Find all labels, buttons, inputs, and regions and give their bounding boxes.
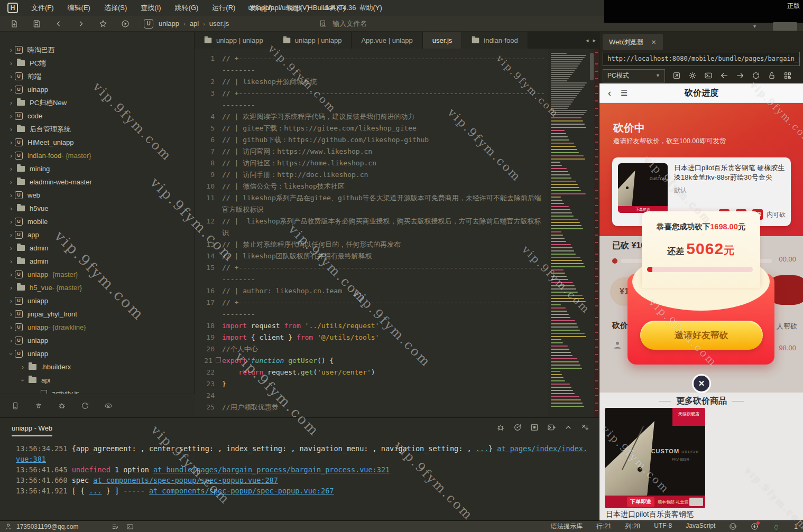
tree-item[interactable]: ›Uuniapp <box>0 294 194 307</box>
code-area[interactable]: 1// +-----------------------------------… <box>195 49 548 417</box>
tree-item[interactable]: ›U前端 <box>0 70 194 83</box>
url-bar[interactable]: http://localhost:8080/mobile/bundle/page… <box>603 52 800 66</box>
editor-tab[interactable]: indian-food <box>462 32 528 49</box>
caret-icon[interactable]: ▾ <box>753 23 756 29</box>
menu-item[interactable]: 查找(I) <box>134 0 168 16</box>
overview-ruler[interactable] <box>594 49 599 417</box>
tree-item[interactable]: ›eladmin-web-master <box>0 175 194 189</box>
console-log[interactable]: 13:56:34.251 {app_agreement: , center_se… <box>16 443 588 496</box>
tree-item[interactable]: ›UHiMeet_uniapp <box>0 136 194 149</box>
file-search[interactable] <box>319 20 449 28</box>
tree-item[interactable]: ›h5vue <box>0 202 194 215</box>
refresh-icon[interactable] <box>77 399 93 413</box>
tree-item[interactable]: ›Uuniapp <box>0 334 194 347</box>
console-link[interactable]: at bundle/pages/bargain_process/bargain_… <box>153 465 390 474</box>
breadcrumb-folder[interactable]: api <box>190 20 199 27</box>
bug-icon[interactable] <box>54 399 70 413</box>
notification-bell-icon[interactable] <box>772 522 780 530</box>
console-link[interactable]: at components/spec-popup/spec-popup.vue:… <box>149 487 334 495</box>
tree-item[interactable]: ›后台管理系统 <box>0 123 194 136</box>
modal-close-button[interactable]: ✕ <box>692 374 711 393</box>
console-link[interactable]: ... <box>89 487 101 495</box>
nav-forward-icon[interactable] <box>73 17 89 31</box>
devtools-icon[interactable] <box>704 71 713 80</box>
terminal-new-icon[interactable] <box>547 423 556 432</box>
breadcrumb-project[interactable]: uniapp <box>159 20 179 27</box>
tree-item[interactable]: ›U嗨淘巴西 <box>0 43 194 57</box>
nav-back-icon[interactable] <box>51 17 67 31</box>
gear-icon[interactable] <box>688 71 697 80</box>
tree-item[interactable]: ›Uweb <box>0 189 194 202</box>
device-mode-select[interactable]: PC模式 ▼ <box>603 69 665 82</box>
terminal-icon[interactable] <box>126 523 134 530</box>
tree-item[interactable]: ›.hbuilderx <box>0 360 194 374</box>
forward-icon[interactable] <box>736 71 744 80</box>
tree-item[interactable]: ›admin <box>0 241 194 255</box>
tree-item[interactable]: ›Uindian-food - {master} <box>0 149 194 162</box>
debug-icon[interactable] <box>496 423 505 432</box>
tree-item[interactable]: ›Uuniapp - {drawkline} <box>0 321 194 334</box>
tree-item[interactable]: ›Ujinpai_yhyl_front <box>0 307 194 321</box>
account-email[interactable]: 1735031199@qq.com <box>16 523 78 530</box>
new-file-icon[interactable] <box>6 17 22 31</box>
clear-log-icon[interactable] <box>581 423 589 432</box>
restart-icon[interactable] <box>513 423 522 432</box>
tree-item[interactable]: ›Ucode <box>0 109 194 123</box>
detach-icon[interactable] <box>672 71 681 80</box>
tree-item[interactable]: ›Uapp <box>0 228 194 241</box>
tree-item[interactable]: ›mining <box>0 162 194 175</box>
editor-tab[interactable]: user.js <box>423 32 463 49</box>
minimap[interactable] <box>548 49 594 417</box>
notes-icon[interactable] <box>112 523 119 530</box>
tree-item[interactable]: ›PC归档New <box>0 96 194 109</box>
account-icon[interactable] <box>4 522 12 530</box>
save-icon[interactable] <box>29 17 44 31</box>
menu-item[interactable]: 发行(U) <box>242 0 279 16</box>
menu-item[interactable]: 编辑(E) <box>61 0 97 16</box>
status-item[interactable]: 语法提示库 <box>551 522 583 531</box>
refresh-icon[interactable] <box>752 71 760 80</box>
status-item[interactable]: 列:28 <box>625 522 641 531</box>
run-icon[interactable] <box>117 17 133 31</box>
stop-icon[interactable] <box>530 423 539 432</box>
menu-item[interactable]: 视图(V) <box>279 0 316 16</box>
console-icon[interactable] <box>7 399 23 413</box>
menu-item[interactable]: 帮助(Y) <box>352 0 389 16</box>
small-gray-button[interactable] <box>773 22 797 31</box>
close-icon[interactable]: ✕ <box>651 39 657 46</box>
menu-item[interactable]: 文件(F) <box>24 0 61 16</box>
minimap-thumb[interactable] <box>590 53 594 80</box>
paw-icon[interactable] <box>31 399 47 413</box>
tree-item[interactable]: ›Uuniapp <box>0 347 194 360</box>
menu-item[interactable]: 选择(S) <box>97 0 134 16</box>
status-item[interactable]: JavaScript <box>686 522 715 531</box>
console-link[interactable]: ... <box>476 444 488 453</box>
editor-tab[interactable]: App.vue | uniapp <box>352 32 422 49</box>
tree-item[interactable]: ›Umobile <box>0 215 194 228</box>
status-item[interactable]: UTF-8 <box>654 522 672 531</box>
tab-scroll-arrows[interactable]: ◂▸ <box>586 32 596 49</box>
status-item[interactable]: 行:21 <box>596 522 612 531</box>
tree-item[interactable]: ›api <box>0 374 194 387</box>
menu-item[interactable]: 运行(R) <box>205 0 242 16</box>
console-link[interactable]: at components/spec-popup/spec-popup.vue:… <box>93 476 278 484</box>
tree-item[interactable]: ›admin <box>0 255 194 268</box>
invite-friends-button[interactable]: 邀请好友帮砍 <box>640 321 763 350</box>
star-icon[interactable] <box>95 17 111 31</box>
menu-item[interactable]: 工具(T) <box>316 0 353 16</box>
preview-icon[interactable] <box>100 399 116 413</box>
tree-item[interactable]: ›h5_vue - {master} <box>0 281 194 294</box>
circled-u-icon[interactable] <box>729 522 737 530</box>
breadcrumb-file[interactable]: user.js <box>209 20 229 27</box>
browser-tab[interactable]: Web浏览器 ✕ <box>603 34 663 50</box>
file-search-input[interactable] <box>333 20 449 27</box>
tree-item[interactable]: ›Uuniapp - {master} <box>0 268 194 281</box>
menu-item[interactable]: 跳转(G) <box>168 0 206 16</box>
lock-icon[interactable] <box>768 71 776 80</box>
update-icon[interactable] <box>751 522 759 530</box>
qr-code-icon[interactable] <box>783 71 792 80</box>
fold-icon[interactable]: − <box>216 357 221 362</box>
tree-item[interactable]: ›PC端 <box>0 57 194 70</box>
tree-item[interactable]: ›Uuinapp <box>0 83 194 96</box>
editor-tab[interactable]: uniapp | uniapp <box>195 32 273 49</box>
